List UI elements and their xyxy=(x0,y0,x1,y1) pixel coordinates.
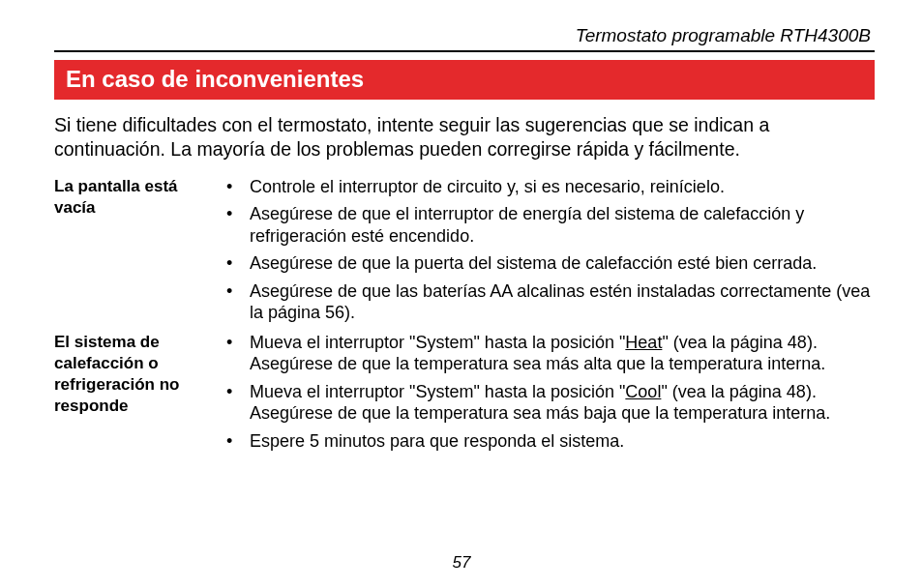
list-item: Mueva el interruptor "System" hasta la p… xyxy=(219,332,875,375)
row-label: El sistema de calefacción o refrigeració… xyxy=(54,332,219,458)
document-header: Termostato programable RTH4300B xyxy=(54,25,875,46)
row-content: Mueva el interruptor "System" hasta la p… xyxy=(219,332,875,458)
page-number: 57 xyxy=(0,553,923,573)
list-item: Controle el interruptor de circuito y, s… xyxy=(219,176,875,198)
list-item: Espere 5 minutos para que responda el si… xyxy=(219,430,875,453)
underlined-term: Heat xyxy=(625,333,662,352)
row-label: La pantalla está vacía xyxy=(54,176,219,330)
header-rule xyxy=(54,50,875,52)
row-content: Controle el interruptor de circuito y, s… xyxy=(219,176,875,330)
intro-paragraph: Si tiene dificultades con el termostato,… xyxy=(54,113,875,162)
underlined-term: Cool xyxy=(625,382,661,401)
list-item: Asegúrese de que la puerta del sistema d… xyxy=(219,252,875,275)
troubleshoot-row: El sistema de calefacción o refrigeració… xyxy=(54,332,875,458)
troubleshoot-row: La pantalla está vacía Controle el inter… xyxy=(54,176,875,330)
list-item: Asegúrese de que el interruptor de energ… xyxy=(219,203,875,247)
list-item: Asegúrese de que las baterías AA alcalin… xyxy=(219,280,875,324)
section-banner: En caso de inconvenientes xyxy=(54,60,875,100)
list-item: Mueva el interruptor "System" hasta la p… xyxy=(219,381,875,425)
